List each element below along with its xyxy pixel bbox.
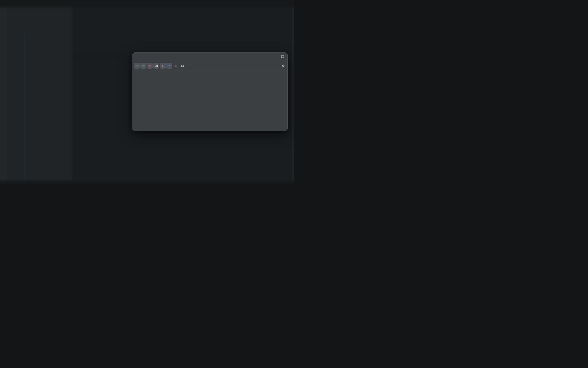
chevron-down-icon xyxy=(191,64,193,67)
info-filter-icon[interactable] xyxy=(160,63,166,69)
read-access-filter-icon[interactable] xyxy=(140,63,146,69)
usage-results-list xyxy=(132,70,288,72)
settings-gear-icon[interactable]: ⚙ xyxy=(282,64,285,67)
open-in-tool-window-icon[interactable] xyxy=(280,55,284,59)
string-literals-filter-icon[interactable] xyxy=(173,63,179,69)
imports-filter-icon[interactable] xyxy=(153,63,159,69)
preview-icon[interactable] xyxy=(180,63,185,69)
popup-toolbar: ⚙ xyxy=(132,61,288,70)
popup-header xyxy=(132,53,288,61)
comments-filter-icon[interactable] xyxy=(166,63,172,69)
write-access-filter-icon[interactable] xyxy=(147,63,153,69)
group-usages-icon[interactable] xyxy=(134,63,140,69)
find-usages-popup: ⚙ xyxy=(132,52,288,131)
scope-dropdown[interactable] xyxy=(190,64,193,67)
